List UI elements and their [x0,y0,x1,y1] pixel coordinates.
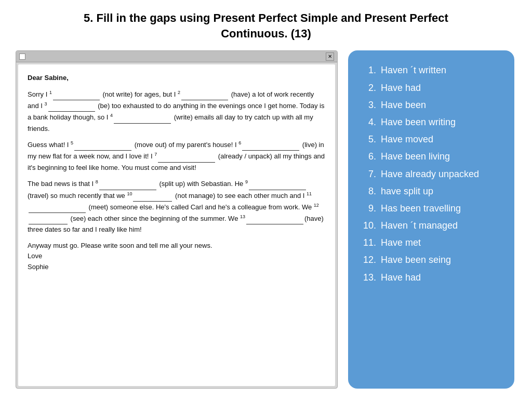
answer-item-6: 6. Have been living [362,148,501,165]
titlebar-btn [19,54,25,60]
answer-item-3: 3. Have been [362,97,501,114]
page: 5. Fill in the gaps using Present Perfec… [0,0,532,399]
letter-content: Dear Sabine, Sorry I 1 (not write) for a… [18,64,335,386]
answer-item-13: 13. Have had [362,269,501,286]
answer-num: 8. [362,185,376,198]
answer-num: 4. [362,116,376,129]
content-row: ✕ Dear Sabine, Sorry I 1 (not write) for… [16,50,516,389]
answer-item-12: 12. Have been seing [362,251,501,269]
answer-item-8: 8. have split up [362,183,501,200]
answer-num: 3. [362,99,376,112]
answer-num: 5. [362,133,376,146]
letter-box: ✕ Dear Sabine, Sorry I 1 (not write) for… [16,50,338,389]
answer-num: 10. [362,219,376,232]
answer-num: 2. [362,82,376,95]
letter-greeting: Dear Sabine, [28,73,326,84]
answer-item-4: 4. Have been writing [362,114,501,131]
answer-item-11: 11. Have met [362,234,501,251]
letter-closing: Anyway must go. Please write soon and te… [28,241,326,273]
answer-box: 1. Haven ´t written2. Have had3. Have be… [348,50,514,389]
answer-item-2: 2. Have had [362,79,501,97]
letter-titlebar: ✕ [16,51,337,62]
answer-num: 11. [362,236,376,249]
answer-item-5: 5. Have moved [362,131,501,148]
letter-p2: Guess what! I 5 (move out) of my parent'… [28,139,326,173]
answer-item-1: 1. Haven ´t written [362,62,501,79]
answer-num: 1. [362,64,376,77]
answer-num: 7. [362,168,376,181]
answer-num: 9. [362,202,376,215]
answer-num: 12. [362,254,376,267]
answer-item-10: 10. Haven ´t managed [362,217,501,234]
answer-item-9: 9. Has been travelling [362,200,501,217]
answer-list: 1. Haven ´t written2. Have had3. Have be… [362,62,501,286]
answer-item-7: 7. Have already unpacked [362,166,501,183]
close-icon[interactable]: ✕ [326,52,334,61]
answer-num: 13. [362,271,376,284]
letter-p3: The bad news is that I 8 (split up) with… [28,178,326,235]
page-title: 5. Fill in the gaps using Present Perfec… [16,10,516,41]
letter-p1: Sorry I 1 (not write) for ages, but I 2 … [28,89,326,134]
answer-num: 6. [362,150,376,163]
